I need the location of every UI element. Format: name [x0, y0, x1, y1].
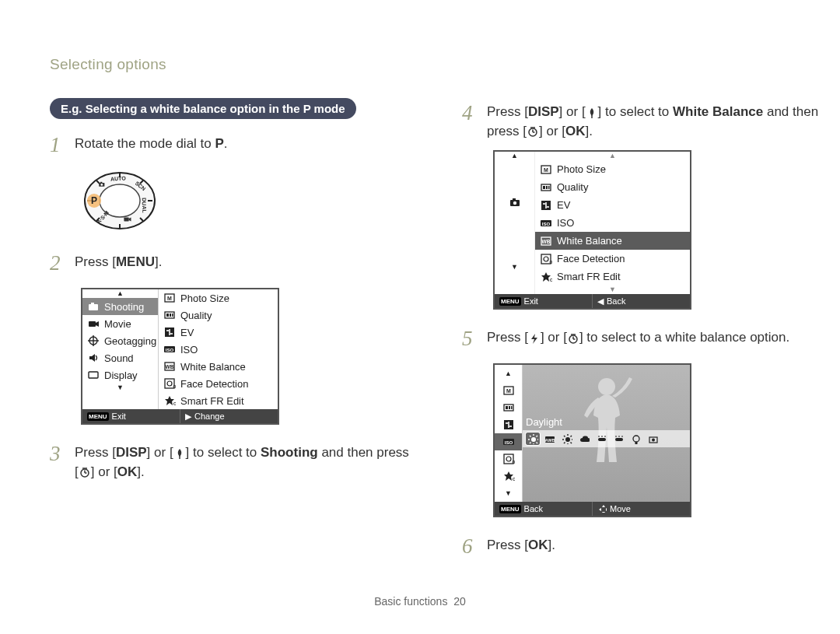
label: White Balance — [557, 235, 622, 247]
label: Face Detection — [180, 378, 248, 390]
menu-item-face-detection: Face Detection — [535, 250, 690, 268]
menu-tab-movie: Movie — [82, 315, 158, 332]
step-2: 2 Press [MENU]. — [50, 248, 415, 278]
left-icon-column: ▲ ▼ — [495, 365, 523, 502]
label: Smart FR Edit — [180, 395, 244, 407]
menu-tab-sound: Sound — [82, 349, 158, 366]
ok-button-label: OK — [565, 124, 586, 138]
quality-icon — [495, 399, 522, 416]
person-silhouette-icon — [572, 373, 642, 468]
camera-icon — [87, 300, 100, 313]
camera-icon — [509, 196, 521, 211]
footer-back: Back — [524, 504, 543, 513]
label: ISO — [557, 217, 574, 229]
iso-icon — [163, 343, 176, 356]
menu-item-photo-size: Photo Size — [535, 160, 690, 178]
label: White Balance — [180, 361, 246, 373]
menu-item-quality: Quality — [159, 306, 278, 324]
menu-item-face-detection: Face Detection — [159, 375, 278, 392]
example-callout: E.g. Selecting a white balance option in… — [50, 98, 356, 119]
label: Face Detection — [557, 253, 625, 264]
menu-tab-shooting: Shooting — [82, 298, 158, 315]
movie-icon — [87, 317, 100, 330]
star-icon — [540, 271, 552, 283]
text: . — [224, 136, 228, 151]
face-icon — [540, 253, 552, 265]
menu-badge-icon: MENU — [499, 505, 521, 513]
menu-right-column: ▲ Photo Size Quality EV ISO White Balanc… — [535, 152, 690, 294]
iso-icon — [495, 433, 522, 450]
ok-button-label: OK — [528, 538, 548, 552]
p-mode-icon: P — [215, 136, 224, 151]
text: ]. — [137, 464, 144, 479]
triangle-left-icon: ◀ — [597, 296, 604, 306]
menu-right-column: Photo Size Quality EV ISO White Balance … — [159, 289, 278, 409]
text: ] to select to — [598, 104, 673, 119]
text: Press [ — [487, 104, 528, 119]
chevron-down-icon: ▼ — [82, 384, 158, 392]
chevron-down-icon: ▼ — [495, 485, 522, 502]
menu-item-photo-size: Photo Size — [159, 289, 278, 306]
photo-size-icon — [163, 292, 176, 304]
wb-daylight2-icon — [560, 433, 574, 445]
quality-icon — [163, 309, 176, 321]
step-1: 1 Rotate the mode dial to P. — [50, 130, 415, 160]
label: EV — [180, 327, 194, 338]
wb-daylight-icon — [526, 433, 540, 445]
quality-icon — [540, 181, 552, 194]
step-text: Press [DISP] or [] to select to Shooting… — [75, 439, 415, 482]
flash-icon — [528, 332, 541, 345]
step-number: 3 — [50, 439, 67, 469]
label: Geotagging — [104, 335, 156, 347]
label: Sound — [104, 352, 134, 364]
menu-item-quality: Quality — [535, 178, 690, 196]
footer-move: Move — [610, 504, 631, 513]
sound-icon — [87, 352, 100, 364]
menu-item-ev: EV — [159, 324, 278, 341]
step-text: Press [MENU]. — [75, 248, 162, 272]
chevron-down-icon: ▼ — [535, 285, 690, 294]
step-6: 6 Press [OK]. — [462, 531, 828, 562]
step-5: 5 Press [] or [] to select to a white ba… — [462, 324, 828, 354]
step-text: Rotate the mode dial to P. — [75, 130, 228, 154]
footer-back: Back — [607, 296, 625, 306]
wb-cloudy-icon — [577, 433, 591, 445]
svg-point-74 — [598, 378, 615, 395]
label: Photo Size — [180, 292, 229, 304]
menu-item-ev: EV — [535, 196, 690, 214]
label: EV — [557, 199, 570, 211]
left-column: E.g. Selecting a white balance option in… — [50, 98, 415, 572]
label: Smart FR Edit — [557, 271, 621, 282]
timer-icon — [79, 466, 91, 478]
text: Press [ — [75, 254, 116, 269]
lcd-wb-panel-step5: ▲ ▼ — [493, 363, 691, 517]
step-number: 4 — [462, 98, 479, 128]
chevron-down-icon: ▼ — [495, 263, 534, 271]
wb-option-label: Daylight — [526, 416, 562, 428]
menu-tab-display: Display — [82, 366, 158, 384]
text: ] to select to — [186, 445, 261, 460]
chevron-up-icon: ▲ — [82, 289, 158, 298]
ev-icon — [163, 326, 176, 338]
svg-text:P: P — [91, 195, 97, 206]
page-footer: Basic functions 20 — [0, 595, 840, 608]
wb-fluorh-icon — [594, 433, 608, 445]
iso-icon — [540, 217, 552, 229]
text: Press [ — [487, 330, 528, 345]
wb-tungsten-icon — [628, 433, 642, 445]
disp-button-label: DISP — [116, 445, 147, 460]
chevron-up-icon: ▲ — [495, 152, 534, 160]
display-icon — [87, 369, 100, 381]
label: Photo Size — [557, 163, 606, 175]
lcd-footer: MENUExit ▶Change — [82, 409, 278, 423]
face-icon — [163, 377, 176, 390]
text: ] to select to a white balance option. — [579, 330, 789, 345]
label: Quality — [180, 310, 212, 321]
step-text: Press [DISP] or [] to select to White Ba… — [487, 98, 828, 141]
footer-exit: Exit — [112, 412, 126, 421]
footer-change: Change — [194, 412, 225, 421]
wb-awb-icon — [543, 433, 557, 445]
text: ]. — [586, 124, 593, 138]
triangle-right-icon: ▶ — [185, 412, 191, 422]
text: ] or [ — [147, 445, 173, 460]
